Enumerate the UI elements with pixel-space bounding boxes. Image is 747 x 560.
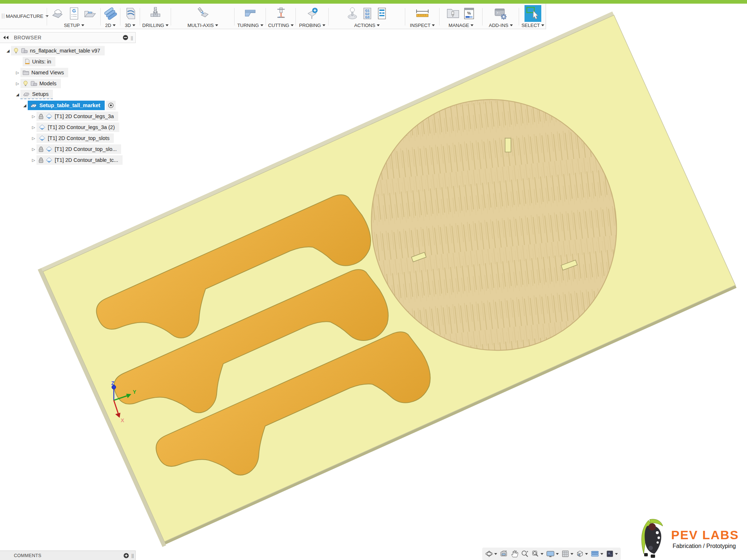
- bulb-icon[interactable]: [13, 48, 19, 54]
- orbit-button[interactable]: [485, 550, 497, 558]
- scripts-addins-icon[interactable]: >-: [494, 7, 508, 20]
- post-folder-icon[interactable]: [83, 7, 97, 20]
- tree-row-units[interactable]: Units: in: [0, 56, 136, 67]
- expander-closed-icon[interactable]: ▷: [31, 158, 36, 163]
- tree-row-setup-selected[interactable]: ◢ Setup_table_tall_market: [0, 100, 136, 111]
- 2d-milling-icon[interactable]: [104, 7, 117, 20]
- toolbar-grip[interactable]: ||: [1, 12, 5, 19]
- selected-setup[interactable]: Setup_table_tall_market: [28, 101, 105, 110]
- workspace-label: MANUFACTURE: [6, 13, 43, 19]
- tree-row-root[interactable]: ◢ ns_flatpack_market_table v97: [0, 45, 136, 56]
- toolbar-group-multi-axis[interactable]: MULTI-AXIS: [171, 4, 234, 28]
- expander-closed-icon[interactable]: ▷: [31, 125, 36, 130]
- feeds-speeds-icon[interactable]: %: [462, 7, 476, 20]
- toolbar-menu-manage[interactable]: MANAGE: [449, 23, 473, 28]
- viewports-button[interactable]: [576, 550, 588, 558]
- toolbar-group-drilling[interactable]: DRILLING: [140, 4, 171, 28]
- chevron-down-icon: [600, 553, 603, 555]
- toolbar-menu-turning[interactable]: TURNING: [237, 23, 263, 28]
- select-icon[interactable]: [525, 5, 541, 22]
- 3d-milling-icon[interactable]: [123, 7, 137, 20]
- measure-icon[interactable]: [415, 7, 430, 20]
- z-axis-label: Z: [111, 380, 115, 386]
- simulate-icon[interactable]: [346, 7, 359, 20]
- bulb-icon[interactable]: [23, 81, 28, 86]
- expander-open-icon[interactable]: ◢: [5, 48, 11, 53]
- top-accent-bar: [0, 0, 747, 4]
- tree-row-operation[interactable]: ▷ [T1] 2D Contour_legs_3a: [0, 111, 136, 122]
- comments-label: COMMENTS: [14, 553, 123, 558]
- expander-closed-icon[interactable]: ▷: [31, 114, 36, 119]
- chevron-down-icon: [377, 24, 380, 26]
- add-comment-icon[interactable]: [123, 553, 129, 559]
- cutting-icon[interactable]: [274, 7, 288, 20]
- panel-resize-grip[interactable]: ||: [131, 35, 133, 40]
- tree-label: Models: [39, 81, 57, 86]
- comments-resize-grip[interactable]: ||: [131, 553, 134, 558]
- tree-row-operation[interactable]: ▷ [T1] 2D Contour_top_slo...: [0, 144, 136, 155]
- toolbar-menu-add-ins[interactable]: ADD-INS: [489, 23, 512, 28]
- tree-row-operation[interactable]: ▷ [T1] 2D Contour_table_tc...: [0, 155, 136, 166]
- toolbar-group-select[interactable]: SELECT: [520, 4, 546, 28]
- tree-row-operation[interactable]: ▷ [T1] 2D Contour_legs_3a (2): [0, 122, 136, 133]
- panel-options-icon[interactable]: [123, 35, 128, 40]
- expander-closed-icon[interactable]: ▷: [15, 70, 20, 75]
- display-settings-button[interactable]: [546, 550, 559, 558]
- fit-button[interactable]: [531, 550, 543, 558]
- toolbar-menu-setup[interactable]: SETUP: [64, 23, 84, 28]
- toolbar-group-2d[interactable]: 2D: [101, 4, 120, 28]
- setup-stock-icon[interactable]: [51, 7, 65, 20]
- visual-style-button[interactable]: [591, 550, 603, 558]
- turning-icon[interactable]: [243, 7, 257, 20]
- chevron-down-icon: [471, 24, 473, 26]
- gcode-list-icon[interactable]: G1 G2 G3: [361, 7, 374, 20]
- toolbar-group-add-ins[interactable]: >- ADD-INS: [483, 4, 519, 28]
- workspace-switcher[interactable]: MANUFACTURE: [6, 4, 49, 28]
- tree-row-setups[interactable]: ◢ Setups: [0, 89, 136, 100]
- toolbar-menu-3d[interactable]: 3D: [125, 23, 135, 28]
- pan-button[interactable]: [510, 550, 518, 558]
- toolbar-menu-cutting[interactable]: CUTTING: [268, 23, 294, 28]
- setup-sheet-icon[interactable]: [376, 7, 388, 20]
- active-setup-radio[interactable]: [108, 102, 114, 109]
- toolbar-group-turning[interactable]: TURNING: [235, 4, 266, 28]
- tree-label: Setup_table_tall_market: [39, 102, 100, 108]
- toolbar-menu-select[interactable]: SELECT: [522, 23, 545, 28]
- toolbar-menu-probing[interactable]: PROBING: [299, 23, 325, 28]
- expander-open-icon[interactable]: ◢: [22, 103, 28, 108]
- chevron-down-icon: [556, 553, 559, 555]
- probing-icon[interactable]: [305, 7, 319, 20]
- expander-closed-icon[interactable]: ▷: [31, 147, 36, 152]
- expander-closed-icon[interactable]: ▷: [31, 136, 36, 141]
- tree-row-operation[interactable]: ▷ [T1] 2D Contour_top_slots: [0, 133, 136, 144]
- gcode-doc-icon[interactable]: G: [67, 7, 81, 20]
- toolbar-group-inspect[interactable]: INSPECT: [406, 4, 439, 28]
- comments-bar[interactable]: COMMENTS ||: [0, 551, 136, 560]
- toolbar-menu-multi-axis[interactable]: MULTI-AXIS: [187, 23, 218, 28]
- tree-row-models[interactable]: ▷ Models: [0, 78, 136, 89]
- environment-button[interactable]: [606, 550, 618, 558]
- drilling-icon[interactable]: [148, 7, 162, 20]
- multi-axis-icon[interactable]: [196, 7, 210, 20]
- toolbar-group-actions[interactable]: G1 G2 G3 ACTIONS: [329, 4, 405, 28]
- toolbar-group-3d[interactable]: 3D: [120, 4, 140, 28]
- zoom-button[interactable]: [521, 550, 529, 558]
- tree-row-named-views[interactable]: ▷ Named Views: [0, 67, 136, 78]
- toolbar-group-setup[interactable]: G SETUP: [48, 4, 100, 28]
- stock-sheet-group[interactable]: [38, 12, 737, 547]
- toolbar-menu-inspect[interactable]: INSPECT: [410, 23, 435, 28]
- toolbar-group-probing[interactable]: PROBING: [296, 4, 328, 28]
- toolbar-menu-2d[interactable]: 2D: [105, 23, 116, 28]
- toolbar-menu-drilling[interactable]: DRILLING: [142, 23, 169, 28]
- collapse-panel-icon[interactable]: [3, 35, 9, 40]
- toolbar-group-cutting[interactable]: CUTTING: [266, 4, 295, 28]
- toolbar-menu-actions[interactable]: ACTIONS: [354, 23, 380, 28]
- table-top-slot[interactable]: [505, 138, 511, 152]
- expander-open-icon[interactable]: ◢: [15, 92, 20, 97]
- expander-closed-icon[interactable]: ▷: [15, 81, 20, 86]
- tool-library-icon[interactable]: [446, 7, 460, 20]
- chevron-down-icon: [541, 553, 543, 555]
- toolbar-group-manage[interactable]: % MANAGE: [440, 4, 482, 28]
- look-at-button[interactable]: [500, 550, 508, 558]
- grid-settings-button[interactable]: [561, 550, 573, 558]
